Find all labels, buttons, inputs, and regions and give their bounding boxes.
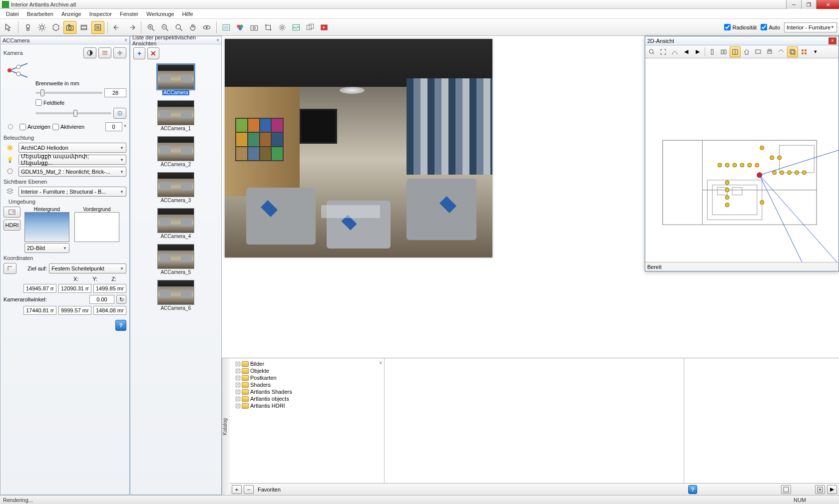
view-list-item[interactable]: ACCamera_5 — [156, 244, 195, 275]
zoom-fit-button[interactable] — [172, 21, 185, 34]
view-thumbnail[interactable] — [157, 100, 194, 125]
two-d-canvas[interactable] — [645, 58, 839, 262]
menu-werkzeuge[interactable]: Werkzeuge — [142, 10, 178, 18]
coord-mode-button[interactable] — [3, 263, 16, 274]
td-single[interactable] — [707, 46, 718, 57]
menu-anzeige[interactable]: Anzeige — [57, 10, 85, 18]
lights-select[interactable]: Մեջանցքի ապամփոփ; Մեջանցք...▼ — [18, 155, 126, 165]
td-split[interactable] — [730, 46, 741, 57]
camera-panel-close[interactable]: × — [124, 37, 127, 43]
td-layers[interactable] — [787, 46, 798, 57]
tree-expand-icon[interactable]: + — [236, 376, 240, 380]
redo-button[interactable] — [125, 21, 138, 34]
menu-fenster[interactable]: Fenster — [116, 10, 142, 18]
tree-item[interactable]: +Artlantis objects — [232, 395, 382, 402]
cam-y2[interactable] — [58, 306, 91, 315]
material-button[interactable] — [234, 21, 247, 34]
td-print[interactable] — [764, 46, 775, 57]
radiosity-checkbox[interactable]: Radiosität — [724, 24, 757, 30]
angle-input[interactable] — [105, 122, 122, 131]
heliodon-select[interactable]: ArchiCAD Heliodon▼ — [18, 143, 126, 153]
td-fit[interactable] — [658, 46, 669, 57]
layers-select[interactable]: Interior - Furniture ; Structural - B...… — [18, 187, 126, 197]
cam-x2[interactable] — [23, 306, 56, 315]
td-zoom[interactable] — [646, 46, 657, 57]
neon-select[interactable]: GDLM15_Mat_2 : Neonlicht; Brick-...▼ — [18, 167, 126, 177]
tree-item[interactable]: +Postkarten — [232, 374, 382, 381]
orbit-tool[interactable] — [200, 21, 213, 34]
view-thumbnail[interactable] — [157, 244, 194, 269]
view-thumbnail[interactable] — [157, 64, 194, 89]
view-list-close[interactable]: × — [216, 37, 219, 43]
gear-button[interactable] — [113, 47, 126, 58]
tree-expand-icon[interactable]: + — [236, 390, 240, 394]
view-thumbnail[interactable] — [157, 136, 194, 161]
panorama-tool[interactable] — [77, 21, 90, 34]
undo-button[interactable] — [111, 21, 124, 34]
focal-input[interactable] — [104, 88, 126, 97]
td-multi[interactable] — [718, 46, 729, 57]
meta-toggle-1[interactable] — [781, 485, 791, 494]
bg-thumbnail[interactable] — [24, 212, 69, 242]
list-tool[interactable] — [91, 21, 104, 34]
view-list-item[interactable]: ACCamera_4 — [156, 208, 195, 239]
menu-bearbeiten[interactable]: Bearbeiten — [23, 10, 57, 18]
view-list-item[interactable]: ACCamera — [156, 64, 195, 95]
roll-reset-button[interactable]: ↻ — [116, 295, 126, 304]
meta-toggle-2[interactable] — [815, 485, 825, 494]
catalog-help-button[interactable]: ? — [688, 485, 697, 494]
cam-y1[interactable] — [58, 284, 91, 293]
image-button[interactable] — [290, 21, 303, 34]
settings-button[interactable] — [276, 21, 289, 34]
tree-item[interactable]: +Artlantis Shaders — [232, 388, 382, 395]
view-list-item[interactable]: ACCamera_2 — [156, 136, 195, 167]
show-checkbox[interactable]: Anzeigen — [19, 124, 50, 130]
render-window-button[interactable] — [220, 21, 233, 34]
view-thumbnail[interactable] — [157, 172, 194, 197]
add-view-button[interactable]: + — [133, 47, 145, 59]
light-tool[interactable] — [21, 21, 34, 34]
tree-expand-icon[interactable]: + — [236, 383, 240, 387]
env-3d-button[interactable] — [3, 207, 20, 218]
td-more[interactable]: ▾ — [810, 46, 821, 57]
minimize-button[interactable]: ─ — [786, 0, 801, 9]
tree-expand-icon[interactable]: + — [236, 369, 240, 373]
camera-tool[interactable] — [63, 21, 76, 34]
sun-tool[interactable] — [35, 21, 48, 34]
layer-select[interactable]: Interior - Furniture▼ — [784, 22, 837, 32]
activate-checkbox[interactable]: Aktivieren — [52, 124, 84, 130]
focal-slider[interactable] — [35, 92, 102, 94]
dof-slider[interactable] — [35, 112, 111, 114]
td-home[interactable] — [741, 46, 752, 57]
menu-inspector[interactable]: Inspector — [85, 10, 116, 18]
tree-expand-icon[interactable]: + — [236, 362, 240, 366]
delete-view-button[interactable]: ✕ — [147, 47, 159, 59]
tone-button[interactable] — [83, 47, 96, 58]
export-button[interactable] — [318, 21, 331, 34]
td-home2[interactable] — [776, 46, 787, 57]
fav-remove-button[interactable]: − — [244, 485, 254, 494]
roll-input[interactable] — [89, 295, 114, 304]
view-list-item[interactable]: ACCamera_3 — [156, 172, 195, 203]
maximize-button[interactable]: ❐ — [801, 0, 816, 9]
view-thumbnail[interactable] — [157, 280, 194, 305]
close-button[interactable]: ✕ — [816, 0, 839, 9]
tree-expand-icon[interactable]: + — [236, 404, 240, 408]
td-path[interactable] — [669, 46, 680, 57]
cam-x1[interactable] — [23, 284, 56, 293]
help-button[interactable]: ? — [115, 320, 126, 331]
crop-button[interactable] — [262, 21, 275, 34]
tree-item[interactable]: +Shaders — [232, 381, 382, 388]
fg-thumbnail[interactable] — [74, 212, 119, 242]
meta-play[interactable]: ▶ — [827, 485, 837, 494]
adjust-button[interactable] — [98, 47, 111, 58]
td-prev[interactable]: ◀ — [681, 46, 692, 57]
fav-add-button[interactable]: + — [232, 485, 242, 494]
view-list-item[interactable]: ACCamera_6 — [156, 280, 195, 311]
view-list-item[interactable]: ACCamera_1 — [156, 100, 195, 131]
pointer-tool[interactable] — [2, 21, 15, 34]
tree-item[interactable]: +Artlantis HDRI — [232, 402, 382, 409]
snapshot-button[interactable] — [248, 21, 261, 34]
batch-button[interactable] — [304, 21, 317, 34]
tree-item[interactable]: +Objekte — [232, 367, 382, 374]
